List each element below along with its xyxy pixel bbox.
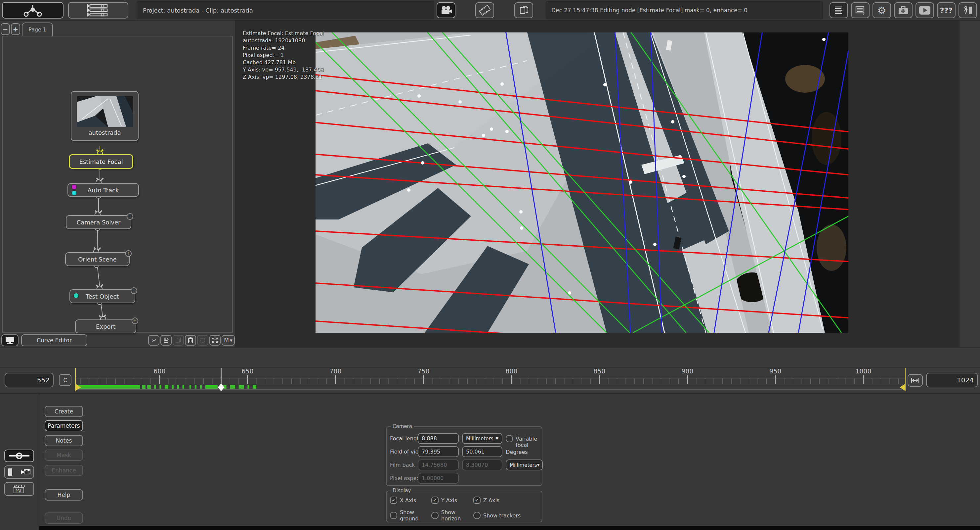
clone-node-button[interactable] <box>161 335 172 346</box>
settings-button[interactable]: ⚙ <box>872 2 891 18</box>
node-estimate-focal[interactable]: Estimate Focal <box>69 154 133 169</box>
display-checkboxes: ✓X Axis✓Y Axis✓Z AxisShow groundShow hor… <box>390 496 520 522</box>
pftrack-window: Project: autostrada - Clip: autostrada <box>0 0 980 530</box>
undo-button[interactable]: Undo <box>45 512 83 524</box>
create-button[interactable]: Create <box>45 406 83 417</box>
cache-button[interactable]: C <box>59 374 72 386</box>
node-camera-solver[interactable]: Camera Solver + <box>66 215 131 229</box>
plus-icon: + <box>13 25 19 33</box>
film-back-units-dropdown[interactable]: Millimeters▼ <box>506 460 543 470</box>
checkbox-show-horizon[interactable]: Show horizon <box>431 509 473 522</box>
delete-node-button[interactable] <box>185 335 196 346</box>
fov-v-field[interactable]: 50.061 <box>462 446 503 457</box>
node-list-menu-button[interactable] <box>851 2 870 18</box>
camera-view-button[interactable] <box>437 2 455 18</box>
node-view-button[interactable] <box>2 2 64 19</box>
checkbox-show-ground[interactable]: Show ground <box>390 509 431 522</box>
tracker-point[interactable] <box>682 175 686 178</box>
tracker-point[interactable] <box>822 38 826 41</box>
cut-button[interactable]: ✂ <box>148 335 159 346</box>
clip-list-button[interactable] <box>68 2 128 19</box>
tracker-point[interactable] <box>505 130 509 133</box>
variable-focal-checkbox[interactable] <box>506 435 513 442</box>
tracker-point[interactable] <box>653 243 657 246</box>
project-clapper-button[interactable]: PRJ <box>4 482 34 496</box>
curve-editor-button[interactable]: Curve Editor <box>21 334 88 346</box>
node-panel: − + Page 1 <box>0 21 235 347</box>
node-expand-badge[interactable]: + <box>132 318 138 324</box>
page-add-button[interactable]: + <box>11 23 20 35</box>
monitor-view-button[interactable] <box>1 334 19 346</box>
exit-button[interactable] <box>958 2 977 18</box>
file-pages-button[interactable] <box>514 2 533 18</box>
merge-menu-button[interactable]: M ▼ <box>221 335 235 346</box>
tracker-point[interactable] <box>568 291 571 295</box>
tracker-point[interactable] <box>671 120 675 123</box>
node-expand-badge[interactable]: + <box>127 213 133 220</box>
cache-segment <box>230 385 235 389</box>
timeline-ruler[interactable]: 6006507007508008509009501000 <box>75 368 905 394</box>
checkbox-icon: ✓ <box>390 496 397 504</box>
node-auto-track[interactable]: Auto Track <box>67 183 139 197</box>
focal-units-dropdown[interactable]: Millimeters▼ <box>462 433 503 444</box>
cache-segment <box>159 385 161 389</box>
tracker-point[interactable] <box>407 188 410 192</box>
viewport-image[interactable] <box>315 32 848 333</box>
node-test-object[interactable]: Test Object + <box>70 289 135 303</box>
tracker-point[interactable] <box>482 134 485 137</box>
document-lines-icon <box>834 5 843 15</box>
tracker-point[interactable] <box>520 227 523 230</box>
mask-button[interactable]: Mask <box>45 450 83 461</box>
enhance-button[interactable]: Enhance <box>45 465 83 476</box>
help-button[interactable]: Help <box>45 489 83 501</box>
notes-document-button[interactable] <box>829 2 848 18</box>
checkbox-x-axis[interactable]: ✓X Axis <box>390 496 431 504</box>
node-clip[interactable]: autostrada <box>71 91 138 141</box>
help-button[interactable]: ??? <box>937 2 956 18</box>
tracker-point[interactable] <box>417 94 421 97</box>
notes-button[interactable]: Notes <box>45 435 83 446</box>
checkbox-label: Show ground <box>400 509 431 522</box>
cache-label: C <box>63 377 67 383</box>
tracker-point[interactable] <box>458 100 462 104</box>
copy-node-button[interactable] <box>173 335 184 346</box>
paste-node-button[interactable] <box>197 335 208 346</box>
playhead-diamond[interactable] <box>218 383 224 391</box>
pixel-aspect-label: Pixel aspect <box>390 475 422 481</box>
node-orient-scene[interactable]: Orient Scene + <box>65 252 130 266</box>
node-expand-badge[interactable]: + <box>125 250 132 257</box>
node-expand-badge[interactable]: + <box>130 287 137 294</box>
status-label: Dec 27 15:47:38 Editing node [Estimate F… <box>551 7 748 14</box>
export-clip-button[interactable] <box>4 465 34 479</box>
timeline-in-field[interactable]: 552 <box>5 373 54 387</box>
page-remove-button[interactable]: − <box>1 23 10 35</box>
tracker-point[interactable] <box>421 161 424 164</box>
tracker-point[interactable] <box>490 128 493 131</box>
checkbox-show-trackers[interactable]: Show trackers <box>473 509 520 522</box>
checkbox-y-axis[interactable]: ✓Y Axis <box>431 496 473 504</box>
cache-segment <box>147 385 151 389</box>
first-aid-button[interactable] <box>894 2 913 18</box>
tracker-point[interactable] <box>629 180 632 184</box>
clip-list-icon <box>87 3 110 17</box>
focal-length-field[interactable]: 8.888 <box>418 433 459 444</box>
fov-h-field[interactable]: 79.395 <box>418 446 459 457</box>
checkbox-z-axis[interactable]: ✓Z Axis <box>473 496 520 504</box>
overlay-line: Cached 427.781 Mb <box>243 59 324 66</box>
filmstrip-button[interactable] <box>475 2 494 18</box>
tracker-point[interactable] <box>603 83 606 86</box>
play-tutorial-button[interactable] <box>915 2 934 18</box>
node-label: Orient Scene <box>78 256 117 263</box>
clip-thumbnail <box>77 96 133 127</box>
node-strip-button[interactable] <box>4 450 34 462</box>
fit-range-button[interactable] <box>908 374 923 387</box>
tracker-point[interactable] <box>500 82 504 86</box>
tracker-point[interactable] <box>519 210 523 214</box>
timeline-out-field[interactable]: 1024 <box>926 373 978 387</box>
fit-graph-button[interactable] <box>209 335 221 346</box>
focal-length-label: Focal length <box>390 435 422 442</box>
page-tab[interactable]: Page 1 <box>22 22 53 36</box>
node-export[interactable]: Export + <box>75 319 136 334</box>
cache-segment <box>154 385 156 389</box>
parameters-button[interactable]: Parameters <box>45 420 83 431</box>
